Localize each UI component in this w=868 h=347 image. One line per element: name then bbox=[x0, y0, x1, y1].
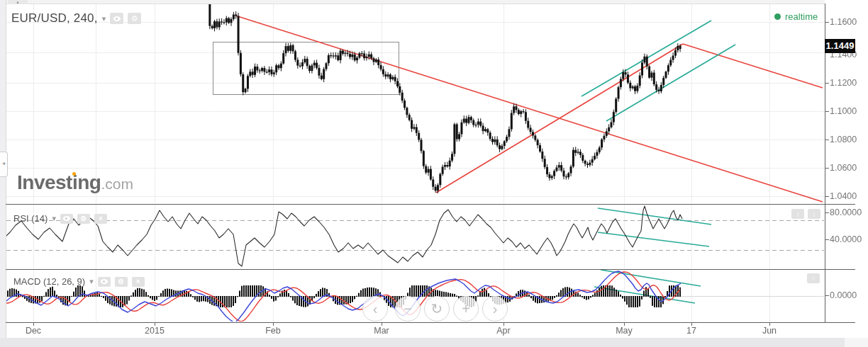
visibility-toggle-button[interactable] bbox=[110, 13, 123, 24]
plus-icon: + bbox=[462, 301, 470, 317]
time-tick-label: Mar bbox=[365, 326, 399, 336]
brand-suffix: .com bbox=[101, 176, 133, 193]
realtime-badge: realtime bbox=[774, 11, 818, 22]
price-tick-label: 1.0800 bbox=[830, 135, 859, 144]
rsi-level-label: 80.0000 bbox=[830, 207, 859, 217]
bottom-corner bbox=[845, 338, 868, 347]
eye-icon bbox=[63, 216, 70, 221]
rsi-level-label: 40.0000 bbox=[830, 234, 859, 244]
price-tick-label: 1.1600 bbox=[830, 17, 859, 27]
arrow-up-icon: ↑ bbox=[812, 275, 816, 283]
macd-close-button[interactable]: × bbox=[132, 277, 145, 287]
chart-application: ▴ ◂ EUR/USD, 240, ▾ ⚙ realtime Investing… bbox=[0, 0, 868, 347]
eye-icon bbox=[113, 16, 121, 21]
pane-separator[interactable] bbox=[6, 269, 855, 270]
zoom-in-button[interactable]: + bbox=[453, 296, 479, 322]
chevron-down-icon[interactable]: ▾ bbox=[52, 214, 56, 223]
rsi-visibility-button[interactable] bbox=[60, 214, 73, 224]
time-tick-label: 2015 bbox=[138, 326, 172, 336]
rsi-move-up-button[interactable]: ↑ bbox=[791, 209, 804, 219]
realtime-dot-icon bbox=[774, 13, 781, 20]
pane-separator[interactable] bbox=[6, 204, 855, 205]
symbol-title[interactable]: EUR/USD, 240, bbox=[11, 11, 98, 25]
gear-icon: ⚙ bbox=[80, 215, 87, 222]
pane-separator bbox=[6, 322, 855, 323]
macd-settings-button[interactable]: ⚙ bbox=[115, 277, 128, 287]
gear-icon: ⚙ bbox=[131, 14, 138, 23]
pan-left-button[interactable]: ‹ bbox=[362, 296, 388, 322]
arrow-up-icon: ↑ bbox=[796, 210, 800, 218]
arrow-down-icon: ↓ bbox=[813, 210, 816, 218]
rsi-settings-button[interactable]: ⚙ bbox=[77, 214, 90, 224]
time-tick-label: Jun bbox=[752, 326, 786, 336]
arrow-left-icon: ‹ bbox=[373, 301, 378, 317]
top-toolbar-collapsed bbox=[6, 0, 825, 4]
price-tick-label: 1.0600 bbox=[830, 163, 859, 173]
chevron-down-icon[interactable]: ▾ bbox=[102, 14, 106, 23]
close-icon: × bbox=[136, 278, 140, 285]
rsi-move-down-button[interactable]: ↓ bbox=[808, 209, 820, 219]
symbol-legend: EUR/USD, 240, ▾ ⚙ bbox=[11, 11, 141, 25]
gear-icon: ⚙ bbox=[118, 278, 124, 285]
arrow-right-icon: › bbox=[493, 301, 498, 317]
realtime-label: realtime bbox=[785, 11, 818, 22]
brand-text: Investing bbox=[17, 171, 101, 194]
price-tick-label: 1.0400 bbox=[830, 191, 859, 201]
time-tick-label: 17 bbox=[674, 326, 708, 336]
price-tick-label: 1.1200 bbox=[830, 78, 859, 88]
time-tick-label: Feb bbox=[256, 326, 290, 336]
macd-visibility-button[interactable] bbox=[98, 277, 111, 287]
pan-right-button[interactable]: › bbox=[482, 296, 508, 322]
drawing-toolbar-handle[interactable]: ◂ bbox=[0, 152, 8, 177]
refresh-icon: ↻ bbox=[431, 301, 443, 317]
settings-button[interactable]: ⚙ bbox=[128, 13, 141, 24]
zoom-out-button[interactable]: − bbox=[395, 296, 421, 322]
macd-label[interactable]: MACD (12, 26, 9) bbox=[13, 276, 85, 287]
time-tick-label: Apr bbox=[486, 326, 521, 336]
current-price-box: 1.1449 bbox=[825, 39, 855, 53]
rsi-legend: RSI (14) ▾ ⚙ × bbox=[13, 213, 107, 224]
close-icon: × bbox=[99, 215, 103, 222]
macd-level-label: 0.0000 bbox=[830, 290, 859, 300]
investing-watermark: Investing .com bbox=[17, 171, 133, 194]
time-tick-label: Dec bbox=[16, 326, 50, 336]
macd-move-up-button[interactable]: ↑ bbox=[807, 273, 820, 283]
macd-legend: MACD (12, 26, 9) ▾ ⚙ × bbox=[13, 276, 145, 287]
toolbar-collapse-button[interactable]: ▴ bbox=[8, 0, 28, 4]
rsi-label[interactable]: RSI (14) bbox=[13, 213, 48, 224]
bottom-strip bbox=[0, 338, 868, 347]
chevron-down-icon[interactable]: ▾ bbox=[89, 277, 94, 286]
time-tick-label: May bbox=[607, 326, 641, 336]
eye-icon bbox=[101, 279, 108, 284]
reset-view-button[interactable]: ↻ bbox=[424, 296, 450, 322]
rsi-close-button[interactable]: × bbox=[94, 214, 107, 224]
price-tick-label: 1.1000 bbox=[830, 106, 859, 116]
minus-icon: − bbox=[404, 301, 412, 317]
